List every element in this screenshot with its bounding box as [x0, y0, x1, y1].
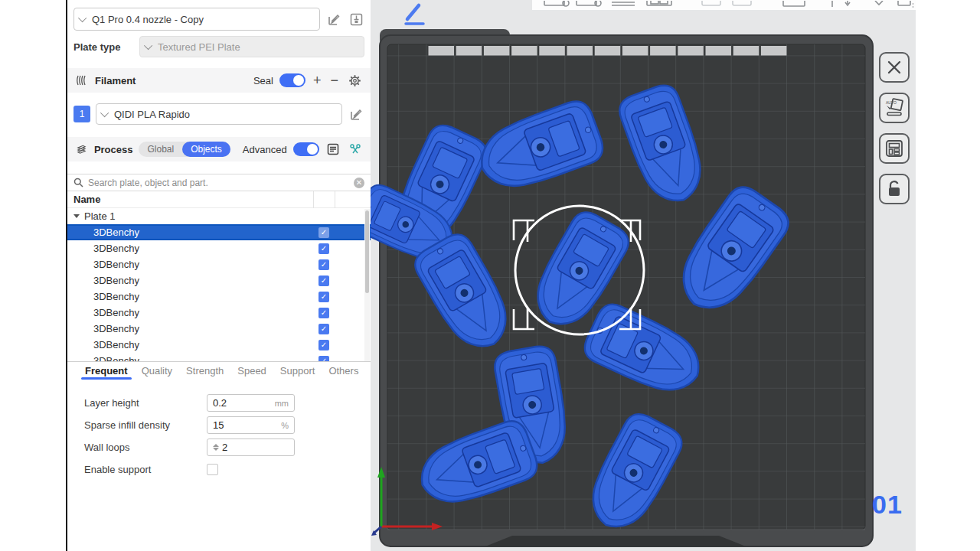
- chevron-down-icon: [144, 41, 152, 50]
- remove-filament-button[interactable]: −: [328, 73, 340, 87]
- clear-search-icon[interactable]: ✕: [354, 178, 364, 188]
- param-infill-density: Sparse infill density %: [84, 416, 371, 434]
- printer-calibration-button[interactable]: [348, 11, 364, 28]
- list-item-label: 3DBenchy: [93, 323, 139, 334]
- list-item[interactable]: 3DBenchy ✓: [67, 240, 371, 256]
- layer-height-field[interactable]: mm: [207, 394, 295, 412]
- param-label: Wall loops: [84, 442, 207, 453]
- layer-height-input[interactable]: [213, 397, 259, 409]
- seal-label: Seal: [253, 75, 273, 86]
- infill-density-field[interactable]: %: [207, 416, 295, 434]
- check-icon: ✓: [321, 244, 327, 253]
- tab-speed[interactable]: Speed: [230, 362, 273, 377]
- filament-select[interactable]: QIDI PLA Rapido: [96, 103, 342, 125]
- row-checkbox[interactable]: ✓: [318, 324, 329, 334]
- advanced-toggle[interactable]: [293, 142, 319, 156]
- auto-orient-button[interactable]: AUTO: [879, 93, 910, 123]
- seal-toggle[interactable]: [279, 73, 305, 87]
- filament-section-title: Filament: [95, 75, 136, 86]
- advanced-label: Advanced: [243, 144, 287, 155]
- collapse-arrow-icon[interactable]: [74, 214, 80, 218]
- check-icon: ✓: [321, 341, 327, 349]
- row-checkbox[interactable]: ✓: [318, 292, 329, 302]
- row-checkbox[interactable]: ✓: [318, 276, 329, 286]
- row-checkbox[interactable]: ✓: [318, 227, 329, 238]
- list-item[interactable]: 3DBenchy ✓: [67, 224, 371, 240]
- check-icon: ✓: [321, 308, 327, 317]
- gear-icon: [348, 74, 361, 87]
- list-item[interactable]: 3DBenchy ✓: [67, 321, 371, 337]
- delete-all-icon: [886, 59, 903, 76]
- objects-filter-icon: [349, 143, 361, 155]
- edit-printer-button[interactable]: [325, 11, 342, 28]
- check-icon: ✓: [321, 260, 327, 269]
- list-item-label: 3DBenchy: [93, 227, 139, 238]
- lock-plate-button[interactable]: [879, 174, 910, 204]
- list-item[interactable]: 3DBenchy ✓: [67, 353, 371, 362]
- row-checkbox[interactable]: ✓: [318, 243, 329, 254]
- printer-row: Q1 Pro 0.4 nozzle - Copy: [74, 8, 364, 31]
- left-panel: Q1 Pro 0.4 nozzle - Copy Plate type Text…: [67, 0, 371, 551]
- plate-type-row: Plate type Textured PEI Plate: [74, 36, 364, 57]
- list-item[interactable]: 3DBenchy ✓: [67, 305, 371, 321]
- search-input[interactable]: [88, 178, 349, 188]
- plate-type-label: Plate type: [74, 41, 139, 53]
- tab-frequent[interactable]: Frequent: [78, 362, 135, 377]
- row-checkbox[interactable]: ✓: [318, 356, 329, 363]
- tab-strength[interactable]: Strength: [179, 362, 230, 377]
- list-header: Name: [67, 191, 371, 208]
- param-enable-support: Enable support: [84, 461, 371, 478]
- svg-text:AUTO: AUTO: [886, 100, 897, 105]
- edit-filament-button[interactable]: [348, 106, 364, 122]
- edit-icon: [350, 108, 363, 121]
- objects-filter-button[interactable]: [347, 141, 363, 158]
- process-tabs: Frequent Quality Strength Speed Support …: [67, 362, 371, 382]
- plate-type-select[interactable]: Textured PEI Plate: [139, 36, 364, 57]
- build-plate-scene[interactable]: [371, 0, 916, 551]
- top-toolbar-clipped: [532, 0, 916, 10]
- arrange-icon: [885, 139, 903, 158]
- top-toolbar-icon-fragments: [532, 1, 916, 11]
- tab-quality[interactable]: Quality: [135, 362, 179, 377]
- list-item[interactable]: 3DBenchy ✓: [67, 289, 371, 305]
- scope-global-option[interactable]: Global: [139, 142, 182, 157]
- printer-select[interactable]: Q1 Pro 0.4 nozzle - Copy: [74, 8, 320, 31]
- list-item-label: 3DBenchy: [93, 291, 139, 302]
- list-item[interactable]: 3DBenchy ✓: [67, 272, 371, 289]
- wall-loops-field[interactable]: [207, 439, 295, 456]
- tab-support[interactable]: Support: [273, 362, 322, 377]
- add-filament-button[interactable]: +: [312, 73, 323, 87]
- frequent-params: Layer height mm Sparse infill density % …: [67, 382, 371, 478]
- filament-settings-button[interactable]: [346, 72, 363, 89]
- filament-slot-badge[interactable]: 1: [74, 106, 90, 122]
- wall-loops-input[interactable]: [222, 442, 268, 453]
- edit-icon: [328, 13, 341, 26]
- list-item-label: 3DBenchy: [93, 243, 139, 254]
- list-view-icon: [327, 143, 339, 155]
- arrange-button[interactable]: [879, 133, 910, 164]
- filament-select-value: QIDI PLA Rapido: [114, 109, 190, 120]
- plate-number-label[interactable]: 01: [872, 490, 912, 520]
- filament-icon: [75, 74, 89, 86]
- list-item-plate[interactable]: Plate 1: [67, 208, 371, 224]
- list-item[interactable]: 3DBenchy ✓: [67, 337, 371, 353]
- enable-support-checkbox[interactable]: [207, 464, 218, 475]
- list-item[interactable]: 3DBenchy ✓: [67, 256, 371, 272]
- tab-others[interactable]: Others: [322, 362, 365, 377]
- chevron-down-icon: [100, 109, 109, 117]
- stepper-arrows[interactable]: [213, 444, 219, 451]
- lock-icon: [886, 180, 903, 198]
- check-icon: ✓: [321, 324, 327, 333]
- row-checkbox[interactable]: ✓: [318, 340, 329, 350]
- row-checkbox[interactable]: ✓: [318, 259, 329, 270]
- edit-plate-name-icon[interactable]: [406, 5, 423, 24]
- scope-objects-option[interactable]: Objects: [182, 142, 230, 157]
- delete-all-button[interactable]: [879, 52, 910, 83]
- plate-front-notch: [485, 536, 746, 546]
- viewport-3d[interactable]: AUTO 01: [371, 0, 916, 551]
- list-scrollbar[interactable]: [364, 209, 370, 361]
- row-checkbox[interactable]: ✓: [318, 308, 329, 318]
- infill-density-input[interactable]: [213, 419, 259, 431]
- process-list-view-button[interactable]: [325, 141, 341, 158]
- check-icon: ✓: [321, 292, 327, 301]
